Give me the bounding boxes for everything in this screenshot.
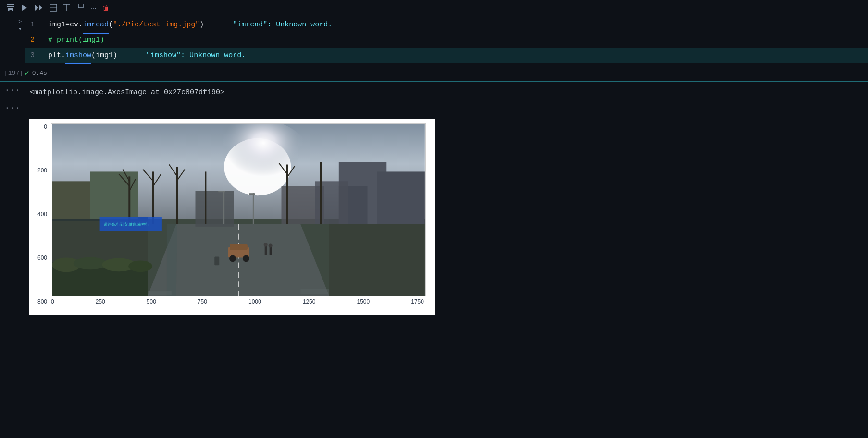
execution-info: [197] ✓ 0.4s <box>0 65 868 81</box>
x-label-750: 750 <box>198 298 209 305</box>
code-cell: ··· 🗑 ▷ ▾ 1 img1 = cv . imread ( "./Pic/… <box>0 0 868 82</box>
x-label-1750: 1750 <box>411 298 426 305</box>
x-label-500: 500 <box>147 298 158 305</box>
y-label-400: 400 <box>37 211 49 218</box>
svg-rect-49 <box>249 193 255 195</box>
svg-rect-22 <box>52 181 90 219</box>
run-arrow[interactable]: ▷ <box>18 17 22 25</box>
svg-text:道路高,行到安,健康,幸福行: 道路高,行到安,健康,幸福行 <box>104 222 149 227</box>
chart-inner: 0 200 400 600 800 <box>34 123 426 305</box>
svg-point-57 <box>264 243 268 247</box>
x-label-1000: 1000 <box>248 298 263 305</box>
matplotlib-plot-output: 0 200 400 600 800 <box>0 113 868 320</box>
svg-rect-1 <box>7 6 14 7</box>
svg-rect-23 <box>90 171 138 219</box>
y-label-0: 0 <box>44 123 49 130</box>
cell-type-button[interactable] <box>48 3 59 12</box>
output-indicator: ··· <box>0 85 24 95</box>
x-label-1500: 1500 <box>357 298 372 305</box>
code-line-1: 1 img1 = cv . imread ( "./Pic/test_img.j… <box>25 17 868 33</box>
svg-point-59 <box>269 244 273 248</box>
imshow-tooltip: "imshow": Unknown word. <box>146 48 246 63</box>
y-label-800: 800 <box>37 298 49 305</box>
svg-rect-35 <box>152 171 154 224</box>
insert-below-button[interactable] <box>74 3 87 12</box>
svg-rect-24 <box>329 219 425 296</box>
execution-number: [197] <box>4 70 23 77</box>
code-line-2: 2 # print(img1) <box>25 33 868 48</box>
run-below-button[interactable] <box>32 3 46 12</box>
svg-rect-58 <box>270 247 272 256</box>
axes-image-text: <matplotlib.image.AxesImage at 0x27c807d… <box>30 85 224 99</box>
svg-marker-4 <box>35 5 38 11</box>
svg-point-63 <box>74 257 107 269</box>
output-text-cell: ··· <matplotlib.image.AxesImage at 0x27c… <box>0 82 868 103</box>
imread-func: imread <box>83 17 109 34</box>
comment-text: # print(img1) <box>48 33 104 48</box>
run-all-above-button[interactable] <box>4 2 17 13</box>
more-options-button[interactable]: ··· <box>89 3 99 12</box>
svg-rect-41 <box>205 171 206 224</box>
svg-rect-46 <box>223 191 224 224</box>
output-spacer: ··· <box>0 103 868 113</box>
chart-right-col: 道路高,行到安,健康,幸福行 <box>51 123 426 305</box>
string-path: "./Pic/test_img.jpg" <box>113 17 199 33</box>
svg-rect-28 <box>196 191 234 227</box>
svg-rect-26 <box>377 171 424 224</box>
svg-rect-53 <box>230 244 248 250</box>
code-line-3: 3 plt . imshow ( img1 ) "imshow": Unknow… <box>25 48 868 63</box>
x-axis: 0 250 500 750 1000 1250 1500 1750 <box>51 296 426 305</box>
svg-rect-67 <box>300 289 329 294</box>
svg-point-54 <box>229 255 236 262</box>
svg-rect-47 <box>218 191 225 192</box>
svg-rect-60 <box>214 256 219 265</box>
chart-wrapper: 0 200 400 600 800 <box>29 119 435 315</box>
svg-rect-0 <box>7 4 14 5</box>
insert-above-button[interactable] <box>61 3 73 12</box>
x-label-1250: 1250 <box>303 298 318 305</box>
x-label-0: 0 <box>51 298 56 305</box>
delete-cell-button[interactable]: 🗑 <box>100 3 111 12</box>
svg-marker-19 <box>167 224 177 296</box>
code-text: img1 <box>48 17 65 33</box>
x-label-250: 250 <box>96 298 107 305</box>
checkmark-icon: ✓ <box>25 68 29 78</box>
execution-time: 0.4s <box>32 70 47 77</box>
svg-rect-66 <box>148 291 172 295</box>
svg-marker-3 <box>22 5 27 11</box>
run-cell-button[interactable] <box>19 3 30 12</box>
svg-rect-31 <box>128 176 130 224</box>
y-label-600: 600 <box>37 255 49 261</box>
svg-rect-48 <box>253 193 254 224</box>
imshow-func: imshow <box>65 48 91 64</box>
svg-marker-5 <box>39 5 42 11</box>
svg-point-65 <box>128 260 152 272</box>
cell-toolbar: ··· 🗑 <box>0 0 868 15</box>
expand-arrow[interactable]: ▾ <box>18 26 22 32</box>
svg-marker-2 <box>8 8 13 11</box>
svg-rect-45 <box>320 162 322 224</box>
y-label-200: 200 <box>37 167 49 174</box>
svg-rect-56 <box>265 246 267 256</box>
imread-tooltip: "imread": Unknown word. <box>233 17 332 33</box>
svg-point-55 <box>243 255 249 262</box>
y-axis: 0 200 400 600 800 <box>34 123 51 305</box>
road-scene-svg: 道路高,行到安,健康,幸福行 <box>51 123 426 296</box>
